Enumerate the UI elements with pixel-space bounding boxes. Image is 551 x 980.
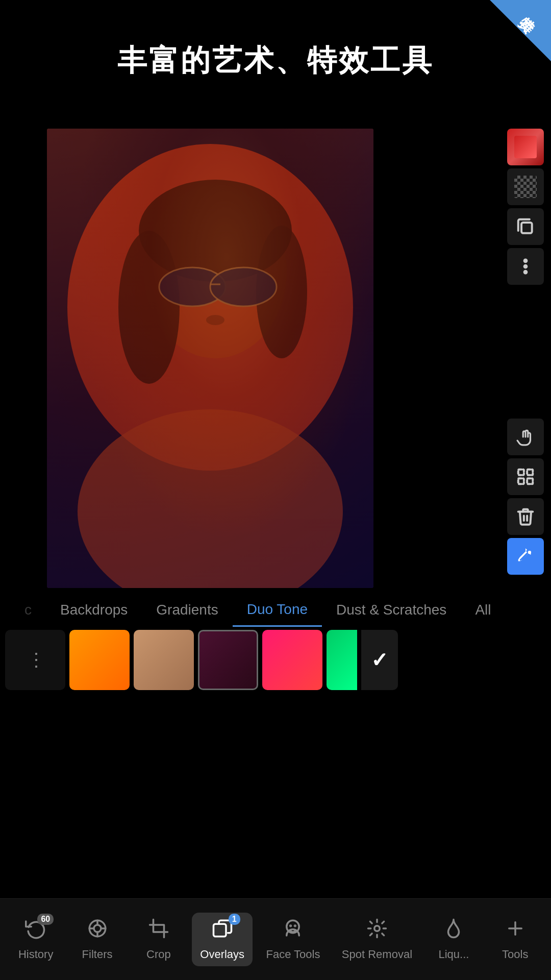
- right-toolbar-top: [507, 129, 544, 285]
- svg-rect-18: [518, 478, 524, 484]
- swatches-row: ⋮ ✓: [0, 627, 551, 693]
- move-button[interactable]: [507, 419, 544, 455]
- nav-face-tools-label: Face Tools: [266, 948, 320, 961]
- checkerboard-button[interactable]: [507, 168, 544, 205]
- svg-point-10: [206, 315, 224, 325]
- swatch-more[interactable]: ⋮: [5, 630, 65, 690]
- svg-point-15: [524, 271, 527, 274]
- swatch-dark-red[interactable]: [198, 630, 258, 690]
- select-button[interactable]: [507, 458, 544, 495]
- svg-point-20: [528, 551, 531, 554]
- swatch-check[interactable]: ✓: [361, 630, 398, 690]
- tab-all[interactable]: All: [461, 593, 505, 627]
- corner-badge-text: 特卖: [532, 5, 547, 20]
- tab-gradients[interactable]: Gradients: [142, 593, 232, 627]
- delete-button[interactable]: [507, 498, 544, 535]
- svg-point-5: [118, 231, 180, 384]
- page-title: 丰富的艺术、特效工具: [0, 41, 551, 81]
- color-swatch-button[interactable]: [507, 129, 544, 165]
- svg-rect-16: [518, 470, 524, 475]
- category-tabs: c Backdrops Gradients Duo Tone Dust & Sc…: [0, 593, 551, 627]
- svg-rect-12: [521, 223, 532, 233]
- nav-spot-removal[interactable]: Spot Removal: [334, 913, 420, 966]
- bottom-nav: 60 History Filters Crop: [0, 898, 551, 980]
- nav-history[interactable]: 60 History: [8, 913, 64, 966]
- tab-item-partial[interactable]: c: [10, 593, 46, 627]
- svg-point-13: [524, 260, 527, 262]
- tab-dust-scratches[interactable]: Dust & Scratches: [322, 593, 461, 627]
- history-badge: 60: [37, 914, 54, 925]
- nav-overlays[interactable]: 1 Overlays: [192, 913, 253, 966]
- swatch-pink-red[interactable]: [262, 630, 322, 690]
- main-image: [47, 129, 373, 588]
- nav-filters-label: Filters: [82, 948, 113, 961]
- swatch-orange[interactable]: [69, 630, 130, 690]
- nav-crop[interactable]: Crop: [131, 913, 187, 966]
- nav-liquify-label: Liqu...: [438, 948, 469, 961]
- svg-point-14: [524, 265, 527, 268]
- nav-liquify[interactable]: Liqu...: [425, 913, 482, 966]
- nav-tools[interactable]: Tools: [487, 913, 543, 966]
- more-button[interactable]: [507, 248, 544, 285]
- svg-rect-11: [514, 136, 537, 158]
- svg-point-30: [290, 925, 291, 926]
- swatch-green-partial[interactable]: [327, 630, 357, 690]
- nav-tools-label: Tools: [502, 948, 528, 961]
- duplicate-button[interactable]: [507, 208, 544, 245]
- swatch-tan[interactable]: [134, 630, 194, 690]
- svg-point-22: [94, 925, 101, 932]
- right-toolbar-mid: [507, 419, 544, 575]
- eyedropper-button[interactable]: [507, 538, 544, 575]
- svg-point-32: [374, 926, 380, 932]
- tab-backdrops[interactable]: Backdrops: [46, 593, 142, 627]
- svg-rect-17: [527, 470, 533, 475]
- svg-rect-27: [153, 925, 164, 932]
- tab-duo-tone[interactable]: Duo Tone: [233, 593, 322, 627]
- nav-filters[interactable]: Filters: [69, 913, 126, 966]
- nav-crop-label: Crop: [146, 948, 171, 961]
- svg-rect-19: [527, 478, 533, 484]
- svg-point-31: [295, 925, 296, 926]
- nav-history-label: History: [18, 948, 53, 961]
- overlays-badge: 1: [229, 914, 240, 925]
- nav-face-tools[interactable]: Face Tools: [258, 913, 328, 966]
- nav-overlays-label: Overlays: [200, 948, 244, 961]
- svg-rect-28: [213, 924, 226, 937]
- svg-point-8: [210, 267, 277, 306]
- nav-spot-removal-label: Spot Removal: [342, 948, 412, 961]
